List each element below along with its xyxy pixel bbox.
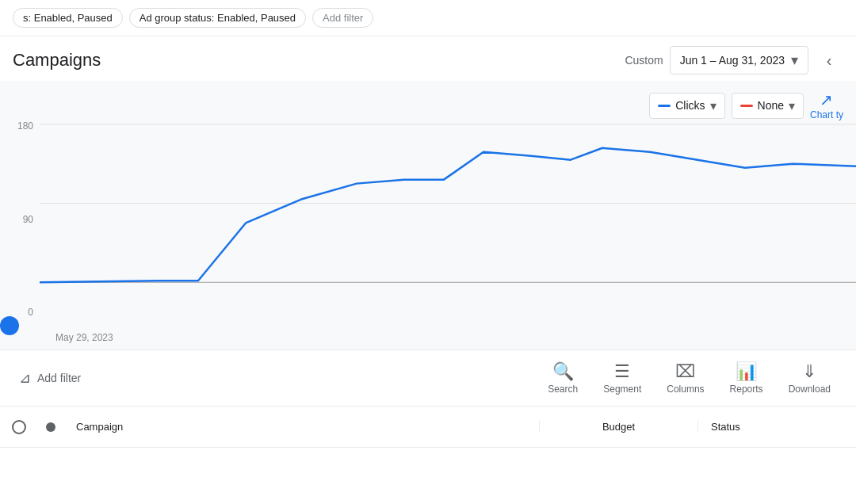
segment-icon: ☰ xyxy=(614,361,630,382)
table-status-indicator-header xyxy=(38,422,63,432)
campaign-column-header[interactable]: Campaign xyxy=(63,421,539,433)
add-filter-label: Add filter xyxy=(37,372,81,384)
filter-button[interactable]: ⊿ Add filter xyxy=(13,363,87,393)
search-button[interactable]: 🔍 Search xyxy=(535,357,590,399)
clicks-chevron-icon: ▾ xyxy=(710,98,717,113)
toolbar: ⊿ Add filter 🔍 Search ☰ Segment ⌧ Column… xyxy=(0,350,856,407)
chart-area: 180 90 0 May 29, 2023 Clicks ▾ None ▾ ↗ … xyxy=(0,81,856,350)
date-picker[interactable]: Jun 1 – Aug 31, 2023 ▾ xyxy=(670,46,808,74)
download-label: Download xyxy=(789,384,831,395)
download-icon: ⇓ xyxy=(802,361,816,382)
search-icon: 🔍 xyxy=(552,361,574,382)
chevron-down-icon: ▾ xyxy=(791,52,798,69)
none-metric-dropdown[interactable]: None ▾ xyxy=(732,93,804,119)
x-axis-label: May 29, 2023 xyxy=(55,332,113,343)
reports-label: Reports xyxy=(730,384,763,395)
filter-icon: ⊿ xyxy=(19,369,31,387)
clicks-metric-indicator xyxy=(658,105,671,107)
table-header: Campaign Budget Status xyxy=(0,407,856,448)
chart-type-label: Chart ty xyxy=(810,109,843,120)
chart-svg xyxy=(0,81,856,349)
search-label: Search xyxy=(548,384,578,395)
status-filter-chip[interactable]: s: Enabled, Paused xyxy=(13,8,123,28)
clicks-metric-dropdown[interactable]: Clicks ▾ xyxy=(649,93,724,119)
none-chevron-icon: ▾ xyxy=(789,98,795,113)
budget-column-header[interactable]: Budget xyxy=(539,421,697,433)
none-metric-label: None xyxy=(758,99,784,112)
download-button[interactable]: ⇓ Download xyxy=(776,357,843,399)
date-range-text: Jun 1 – Aug 31, 2023 xyxy=(680,54,785,67)
chart-type-button[interactable]: ↗ Chart ty xyxy=(810,90,843,120)
segment-button[interactable]: ☰ Segment xyxy=(590,357,654,399)
segment-label: Segment xyxy=(603,384,641,395)
columns-label: Columns xyxy=(667,384,704,395)
add-filter-chip[interactable]: Add filter xyxy=(312,8,373,28)
columns-button[interactable]: ⌧ Columns xyxy=(654,357,717,399)
chart-controls: Clicks ▾ None ▾ ↗ Chart ty xyxy=(649,90,856,120)
columns-icon: ⌧ xyxy=(675,361,695,382)
chart-tooltip-marker xyxy=(0,316,19,335)
page-title: Campaigns xyxy=(13,50,101,71)
prev-date-button[interactable]: ‹ xyxy=(815,46,843,74)
date-controls: Custom Jun 1 – Aug 31, 2023 ▾ ‹ xyxy=(625,46,843,74)
reports-button[interactable]: 📊 Reports xyxy=(717,357,776,399)
chart-type-icon: ↗ xyxy=(820,90,833,109)
ad-group-status-filter-chip[interactable]: Ad group status: Enabled, Paused xyxy=(129,8,306,28)
status-column-header[interactable]: Status xyxy=(697,421,856,433)
table-checkbox-header[interactable] xyxy=(0,420,38,434)
status-dot-icon xyxy=(46,422,55,432)
reports-icon: 📊 xyxy=(736,361,757,382)
checkbox-round-icon xyxy=(12,420,26,434)
clicks-metric-label: Clicks xyxy=(675,99,705,112)
toolbar-actions: 🔍 Search ☰ Segment ⌧ Columns 📊 Reports ⇓… xyxy=(535,357,843,399)
date-label: Custom xyxy=(625,54,663,67)
page-header: Campaigns Custom Jun 1 – Aug 31, 2023 ▾ … xyxy=(0,36,856,81)
filter-bar: s: Enabled, Paused Ad group status: Enab… xyxy=(0,0,856,36)
none-metric-indicator xyxy=(740,105,753,107)
